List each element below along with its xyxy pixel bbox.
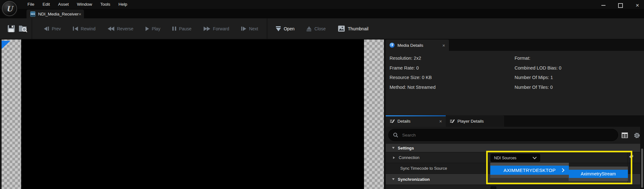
info-icon: i (390, 43, 395, 48)
transparency-checkerboard-left (2, 40, 21, 189)
row-partial-bottom (386, 185, 644, 189)
ndi-sources-label: NDI Sources (494, 156, 516, 160)
search-input[interactable] (402, 132, 613, 138)
maximize-icon (618, 3, 623, 8)
menu-asset[interactable]: Asset (54, 0, 73, 9)
tab-player-details[interactable]: Player Details (446, 115, 504, 127)
pause-button[interactable]: Pause (166, 22, 198, 36)
forward-label: Forward (213, 26, 229, 31)
unreal-engine-logo: U (2, 1, 17, 16)
asset-tab-ndi-media-receiver[interactable]: NDI NDI_Media_Receiver × (27, 9, 84, 18)
ndi-streams-submenu: AximmetryStream (569, 167, 628, 181)
fast-forward-icon (204, 27, 210, 31)
close-label: Close (314, 26, 326, 31)
chevron-down-icon (533, 155, 537, 159)
close-icon: × (635, 2, 639, 9)
media-details-right-column: Format: Combined LOD Bias: 0 Number Of M… (515, 53, 561, 92)
browse-to-asset-button[interactable] (17, 22, 29, 36)
ndi-sources-menu: AXIMMETRYDESKTOP (490, 163, 569, 178)
play-button[interactable]: Play (140, 22, 166, 36)
next-label: Next (249, 26, 258, 31)
titlebar: File Edit Asset Window Tools Help × (0, 0, 644, 9)
menu-file[interactable]: File (23, 0, 39, 9)
close-media-icon (307, 26, 312, 31)
details-tab-bar: Details × Player Details (386, 115, 644, 127)
rewind-icon (73, 27, 78, 31)
synchronization-header-label: Synchronization (398, 177, 430, 182)
close-window-button[interactable]: × (634, 2, 641, 9)
section-header-settings[interactable]: Settings (386, 144, 644, 152)
media-detail-field: Format: (515, 53, 561, 63)
asset-tab-close-button[interactable]: × (79, 12, 81, 16)
rewind-button[interactable]: Rewind (67, 22, 102, 36)
menu-bar: File Edit Asset Window Tools Help (23, 0, 131, 9)
reset-to-default-button[interactable] (628, 154, 634, 159)
sync-timecode-row-label: Sync Timecode to Source (400, 166, 447, 171)
transport-controls: Prev Rewind Reverse Play Pause Forward (38, 22, 264, 36)
reverse-button[interactable]: Reverse (102, 22, 140, 36)
media-detail-field: Combined LOD Bias: 0 (515, 63, 561, 73)
menu-tools[interactable]: Tools (96, 0, 115, 9)
forward-button[interactable]: Forward (198, 22, 235, 36)
aximmetrystream-label: AximmetryStream (581, 171, 616, 176)
open-media-button[interactable]: Open (270, 22, 301, 36)
name-value-splitter[interactable] (486, 152, 486, 185)
prev-button[interactable]: Prev (38, 22, 67, 36)
maximize-button[interactable] (617, 2, 624, 9)
details-tab-label: Details (397, 119, 410, 124)
media-detail-field: Frame Rate: 0 (390, 63, 436, 73)
media-detail-field: Number Of Mips: 1 (515, 73, 561, 82)
player-details-pencil-icon (450, 119, 455, 124)
browse-to-asset-icon (18, 24, 28, 33)
submenu-item-aximmetrystream[interactable]: AximmetryStream (569, 170, 628, 178)
tab-details[interactable]: Details × (386, 115, 446, 127)
ndi-sources-dropdown-button[interactable]: NDI Sources (491, 154, 540, 162)
settings-button[interactable] (633, 132, 640, 139)
pause-icon (172, 27, 176, 31)
details-pencil-icon (390, 119, 395, 124)
minimize-button[interactable] (600, 2, 607, 9)
reverse-label: Reverse (117, 26, 134, 31)
chevron-down-icon (392, 178, 395, 180)
details-scrollbar[interactable] (640, 115, 644, 189)
play-reverse-icon (108, 27, 114, 31)
details-tab-close-button[interactable]: × (439, 119, 442, 124)
transparency-checkerboard-right (364, 40, 384, 189)
search-box[interactable] (388, 129, 618, 141)
close-media-button[interactable]: Close (301, 22, 332, 36)
media-details-left-column: Resolution: 2x2 Frame Rate: 0 Resource S… (390, 53, 436, 92)
open-label: Open (284, 26, 295, 31)
submenu-top-strip (569, 167, 628, 170)
submenu-chevron-right-icon (560, 168, 564, 172)
media-detail-field: Resolution: 2x2 (390, 53, 436, 63)
minimize-icon (601, 5, 605, 6)
menu-top-strip (490, 163, 569, 166)
checkbox[interactable] (491, 186, 496, 189)
media-details-tab-bar: i Media Details × (386, 40, 644, 51)
toolbar-separator (267, 18, 267, 39)
gear-icon (634, 132, 640, 139)
next-button[interactable]: Next (235, 22, 264, 36)
menu-help[interactable]: Help (114, 0, 131, 9)
chevron-down-icon (392, 147, 395, 149)
unreal-media-player-window: File Edit Asset Window Tools Help × U ND… (0, 0, 644, 189)
step-next-icon (241, 27, 246, 31)
display-filter-button[interactable] (621, 132, 628, 139)
video-display-area (21, 40, 364, 189)
menu-item-aximmetrydesktop[interactable]: AXIMMETRYDESKTOP (490, 166, 569, 175)
menu-edit[interactable]: Edit (39, 0, 54, 9)
save-button[interactable] (5, 22, 17, 36)
step-previous-icon (44, 27, 49, 31)
settings-header-label: Settings (398, 146, 414, 150)
toolbar: Prev Rewind Reverse Play Pause Forward (0, 18, 644, 40)
media-details-tab-close-button[interactable]: × (442, 43, 445, 48)
thumbnail-button[interactable]: Thumbnail (332, 22, 374, 36)
play-label: Play (152, 26, 160, 31)
scrollbar-thumb[interactable] (641, 149, 643, 188)
media-detail-field: Method: Not Streamed (390, 82, 436, 92)
save-icon (7, 25, 15, 33)
tab-media-details[interactable]: i Media Details × (386, 40, 449, 51)
menu-window[interactable]: Window (73, 0, 96, 9)
ndi-asset-icon: NDI (30, 11, 35, 17)
media-detail-field: Number Of Tiles: 0 (515, 82, 561, 92)
